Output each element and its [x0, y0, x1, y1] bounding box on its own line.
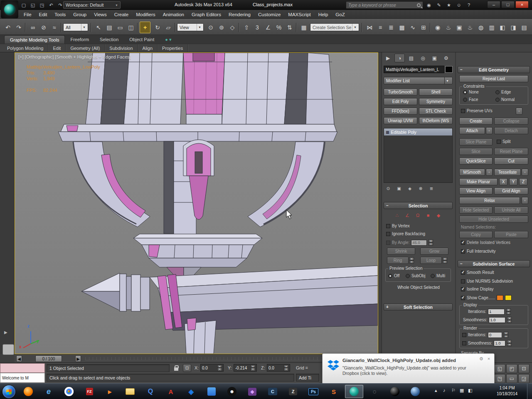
- repeat-last-button[interactable]: Repeat Last: [459, 75, 528, 82]
- attach-button[interactable]: Attach: [459, 127, 485, 134]
- selection-filter-dropdown[interactable]: All ▼: [63, 23, 88, 31]
- rendered-frame-window-button[interactable]: ▣: [454, 22, 465, 33]
- tray-action-center-icon[interactable]: ⚐: [451, 388, 456, 393]
- hierarchy-tab-icon[interactable]: ▤: [406, 54, 416, 62]
- reset-plane-button[interactable]: Reset Plane: [494, 148, 528, 155]
- panel-align[interactable]: Align: [138, 44, 158, 52]
- pin-stack-icon[interactable]: ⊙: [384, 185, 393, 192]
- menu-create[interactable]: Create: [111, 10, 133, 19]
- render-iterations-spinner[interactable]: ▲▼: [504, 332, 508, 338]
- modifier-button-edit-poly[interactable]: Edit Poly: [384, 98, 417, 105]
- schematic-view-button[interactable]: ⊞: [418, 22, 429, 33]
- tab-selection[interactable]: Selection: [94, 35, 124, 44]
- relax-button[interactable]: Relax: [459, 197, 520, 204]
- panel-subdivision[interactable]: Subdivision: [105, 44, 138, 52]
- z-coord-field[interactable]: 0.0▲▼: [267, 364, 290, 372]
- undo-icon[interactable]: ↶: [47, 1, 55, 9]
- snaps-toggle-3d[interactable]: 3: [252, 22, 263, 33]
- taskbar-blue-app[interactable]: [202, 385, 221, 398]
- y-spinner[interactable]: ▲▼: [251, 365, 255, 371]
- ribbon-options-icon[interactable]: ● ▾: [160, 35, 177, 44]
- favorites-icon[interactable]: ★: [445, 1, 453, 9]
- create-button[interactable]: Create: [459, 118, 493, 125]
- modifier-button-shell[interactable]: Shell: [419, 89, 453, 96]
- render-preset-button[interactable]: ▥: [486, 22, 497, 33]
- checkbox-icon[interactable]: [462, 341, 466, 345]
- tab-freeform[interactable]: Freeform: [65, 35, 94, 44]
- tray-network-icon[interactable]: ▦: [460, 388, 464, 393]
- field-of-view-icon[interactable]: ⊡: [518, 364, 530, 373]
- edit-geometry-rollout-header[interactable]: − Edit Geometry: [458, 66, 530, 73]
- polygon-mode-icon[interactable]: ■: [424, 212, 432, 219]
- taskbar-gray-app[interactable]: ◌: [365, 385, 384, 398]
- zoom-region-icon[interactable]: ◰: [506, 364, 517, 373]
- tab-object-paint[interactable]: Object Paint: [124, 35, 160, 44]
- slice-button[interactable]: Slice: [459, 148, 493, 155]
- configure-modifier-sets-icon[interactable]: ≣: [427, 185, 436, 192]
- display-smoothness-spinner[interactable]: ▲▼: [507, 317, 512, 323]
- save-file-icon[interactable]: ◳: [38, 1, 46, 9]
- taskbar-chrome[interactable]: [60, 385, 78, 398]
- undo-button[interactable]: ↶: [2, 22, 13, 33]
- render-iterations-field[interactable]: 0: [488, 332, 502, 338]
- shrink-button[interactable]: Shrink: [387, 248, 415, 255]
- start-button[interactable]: [2, 385, 15, 398]
- align-button[interactable]: ≡: [375, 22, 386, 33]
- ring-button[interactable]: Ring: [387, 257, 409, 264]
- tessellate-settings-button[interactable]: ▫: [522, 169, 528, 176]
- display-iterations-field[interactable]: 1: [488, 309, 505, 315]
- previous-frame-button[interactable]: ◀: [16, 355, 22, 362]
- application-menu-button[interactable]: [1, 0, 18, 18]
- split-checkbox[interactable]: Split: [497, 139, 510, 144]
- modifier-button-pathdeform[interactable]: thDeform (WS: [419, 117, 453, 124]
- select-by-name-button[interactable]: ▤: [104, 22, 115, 33]
- object-name-field[interactable]: MatthijsVerkuijlen_Lantern_L: [384, 66, 444, 73]
- constraint-edge-radio[interactable]: Edge: [495, 90, 511, 94]
- element-mode-icon[interactable]: ◆: [434, 212, 443, 219]
- menu-tools[interactable]: Tools: [51, 10, 69, 19]
- preserve-uvs-settings-button[interactable]: ▫: [516, 108, 522, 115]
- z-spinner[interactable]: ▲▼: [284, 365, 288, 371]
- taskbar-orb-app[interactable]: [406, 385, 424, 398]
- modifier-button-turbosmooth[interactable]: TurboSmooth: [384, 89, 417, 96]
- msmooth-button[interactable]: MSmooth: [459, 169, 485, 176]
- constraint-face-radio[interactable]: Face: [463, 97, 478, 102]
- make-planar-button[interactable]: Make Planar: [459, 178, 498, 185]
- window-crossing-toggle[interactable]: ◫: [126, 22, 136, 33]
- percent-snap-toggle[interactable]: %: [273, 22, 284, 33]
- dropbox-notification[interactable]: Giancarlo_WallClock_HighPoly_Update.obj …: [322, 353, 495, 384]
- menu-rendering[interactable]: Rendering: [225, 10, 254, 19]
- panel-properties[interactable]: Properties: [158, 44, 188, 52]
- render-smoothness-spinner[interactable]: ▲▼: [507, 340, 512, 346]
- menu-modifiers[interactable]: Modifiers: [132, 10, 159, 19]
- constraint-none-radio[interactable]: None: [463, 90, 479, 94]
- by-angle-checkbox[interactable]: By Angle: 45.0 ▲▼: [386, 239, 433, 246]
- workspace-dropdown[interactable]: Workspace: Default ▼: [63, 1, 121, 9]
- notification-close-icon[interactable]: ×: [485, 356, 492, 362]
- constraint-normal-radio[interactable]: Normal: [495, 97, 515, 102]
- angle-snap-toggle[interactable]: ∠: [263, 22, 273, 33]
- display-smoothness-field[interactable]: 1.0: [489, 317, 505, 323]
- object-color-swatch[interactable]: [445, 66, 453, 73]
- tessellate-button[interactable]: Tessellate: [494, 169, 521, 176]
- use-selection-center-button[interactable]: ⊚: [216, 22, 227, 33]
- feedback-icon[interactable]: ✎: [435, 1, 443, 9]
- ignore-backfacing-checkbox[interactable]: Ignore Backfacing: [386, 232, 425, 236]
- detach-button[interactable]: Detach: [494, 127, 528, 134]
- menu-goz[interactable]: GoZ: [332, 10, 348, 19]
- reference-coordinate-dropdown[interactable]: View ▼: [177, 23, 204, 31]
- show-cage-checkbox[interactable]: Show Cage......: [461, 295, 512, 300]
- taskbar-console-app[interactable]: C: [264, 385, 282, 398]
- sign-in-icon[interactable]: ☺: [455, 1, 463, 9]
- loop-button[interactable]: Loop: [420, 257, 442, 264]
- relax-settings-button[interactable]: ▫: [522, 197, 528, 204]
- notification-body[interactable]: "Giancarlo_WallClock_HighPoly_Update.obj…: [342, 365, 480, 376]
- y-coord-field[interactable]: -0.214▲▼: [234, 364, 257, 372]
- viewport-layout-tab-button[interactable]: [2, 344, 14, 355]
- menu-help[interactable]: Help: [315, 10, 332, 19]
- zoom-extents-all-icon[interactable]: ◱: [494, 364, 505, 373]
- render-smoothness-field[interactable]: 1.0: [494, 340, 505, 346]
- select-and-manipulate-button[interactable]: ◇: [227, 22, 238, 33]
- taskbar-firefox[interactable]: [19, 385, 37, 398]
- use-nurms-checkbox[interactable]: Use NURMS Subdivision: [461, 279, 513, 283]
